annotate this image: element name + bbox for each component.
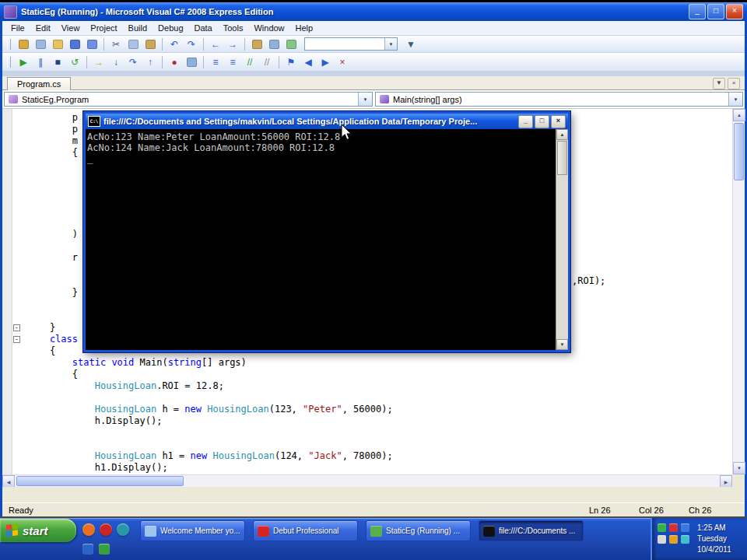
menu-file[interactable]: File — [5, 22, 30, 34]
scroll-up-icon[interactable]: ▲ — [556, 129, 568, 140]
quick-launch-internet-icon[interactable] — [82, 523, 95, 536]
stop-debugging-icon[interactable]: ■ — [49, 54, 66, 70]
vertical-scroll-thumb[interactable] — [734, 123, 744, 180]
quick-launch-media-icon[interactable] — [100, 523, 112, 536]
tray-clock[interactable]: 1:25 AM Tuesday 10/4/2011 — [697, 523, 731, 555]
redo-icon[interactable]: ↷ — [183, 37, 200, 52]
comment-icon[interactable]: // — [241, 54, 258, 70]
menu-window[interactable]: Window — [248, 22, 289, 34]
open-file-icon[interactable] — [49, 37, 66, 52]
editor-vertical-scrollbar[interactable]: ▲ ▼ — [732, 109, 745, 474]
toolbar-grip[interactable] — [7, 39, 11, 50]
chevron-down-icon[interactable]: ▼ — [358, 93, 372, 106]
save-all-icon[interactable] — [83, 37, 100, 52]
members-dropdown[interactable]: Main(string[] args) ▼ — [375, 92, 743, 107]
next-bookmark-icon[interactable]: ▶ — [317, 54, 334, 70]
chevron-down-icon[interactable]: ▼ — [728, 93, 742, 106]
menu-data[interactable]: Data — [189, 22, 218, 34]
scroll-down-icon[interactable]: ▼ — [733, 462, 745, 474]
code-line[interactable] — [2, 427, 732, 439]
step-out-icon[interactable]: ↑ — [142, 54, 159, 70]
toggle-bookmark-icon[interactable]: ⚑ — [282, 54, 300, 70]
editor-horizontal-scrollbar[interactable]: ◀ ▶ — [2, 474, 732, 487]
minimize-button[interactable]: _ — [689, 4, 706, 19]
taskbar-notify-icon-1[interactable] — [82, 544, 93, 555]
tray-alert-icon[interactable] — [669, 523, 678, 532]
copy-icon[interactable] — [124, 37, 142, 52]
undo-icon[interactable]: ↶ — [166, 37, 183, 52]
menu-project[interactable]: Project — [85, 22, 122, 34]
menu-view[interactable]: View — [56, 22, 86, 34]
break-all-icon[interactable]: ∥ — [32, 54, 49, 70]
breakpoints-window-icon[interactable]: ● — [166, 54, 183, 70]
code-line[interactable]: HousingLoan h1 = new HousingLoan(124, "J… — [2, 450, 732, 462]
code-line[interactable] — [2, 392, 732, 404]
code-line[interactable]: h.Display(); — [2, 415, 732, 427]
scroll-right-icon[interactable]: ▶ — [720, 475, 732, 488]
menu-build[interactable]: Build — [123, 22, 153, 34]
active-files-dropdown-icon[interactable]: ▼ — [713, 78, 725, 89]
restart-icon[interactable]: ↺ — [66, 54, 83, 70]
uncomment-icon[interactable]: // — [258, 54, 275, 70]
navigate-backward-icon[interactable]: ← — [207, 37, 224, 52]
taskbar-task-button[interactable]: file:///C:/Documents ... — [479, 520, 584, 541]
paste-icon[interactable] — [142, 37, 159, 52]
fold-collapse-icon[interactable]: - — [13, 336, 20, 343]
decrease-indent-icon[interactable]: ≡ — [207, 54, 224, 70]
toolbar-grip[interactable] — [7, 57, 11, 68]
code-line[interactable]: HousingLoan.ROI = 12.8; — [2, 380, 732, 392]
object-browser-icon[interactable] — [282, 37, 300, 52]
console-minimize-button[interactable]: _ — [518, 115, 533, 128]
clear-bookmarks-icon[interactable]: × — [334, 54, 351, 70]
toolbar-options-icon[interactable]: ▼ — [402, 37, 419, 52]
taskbar-notify-icon-2[interactable] — [99, 544, 110, 555]
console-close-button[interactable]: × — [551, 115, 566, 128]
maximize-button[interactable]: □ — [707, 4, 724, 19]
code-line[interactable] — [2, 439, 732, 450]
output-window-icon[interactable] — [183, 54, 200, 70]
console-output[interactable]: AcNo:123 Name:Peter LoanAmount:56000 ROI… — [86, 129, 556, 350]
find-combo[interactable]: ▼ — [304, 37, 398, 51]
taskbar-task-button[interactable]: StaticEg (Running) ... — [366, 520, 471, 541]
close-button[interactable]: × — [726, 4, 743, 19]
close-document-icon[interactable]: × — [728, 78, 740, 89]
scroll-left-icon[interactable]: ◀ — [2, 475, 15, 488]
show-next-statement-icon[interactable]: → — [90, 54, 107, 70]
menu-help[interactable]: Help — [290, 22, 319, 34]
horizontal-scroll-thumb[interactable] — [16, 476, 184, 486]
combo-dropdown-icon[interactable]: ▼ — [384, 38, 397, 50]
navigate-forward-icon[interactable]: → — [224, 37, 241, 52]
tray-volume-icon[interactable] — [658, 535, 666, 544]
step-into-icon[interactable]: ↓ — [107, 54, 124, 70]
tab-program-cs[interactable]: Program.cs — [7, 77, 71, 90]
cut-icon[interactable]: ✂ — [107, 37, 124, 52]
fold-collapse-icon[interactable]: - — [13, 324, 20, 331]
menu-edit[interactable]: Edit — [30, 22, 56, 34]
console-scrollbar[interactable]: ▲ ▼ — [556, 129, 568, 350]
code-line[interactable]: h1.Display(); — [2, 462, 732, 474]
quick-launch-show-desktop-icon[interactable] — [117, 523, 129, 536]
scroll-up-icon[interactable]: ▲ — [733, 109, 745, 121]
save-icon[interactable] — [66, 37, 83, 52]
code-line[interactable]: HousingLoan h = new HousingLoan(123, "Pe… — [2, 404, 732, 415]
continue-icon[interactable]: ▶ — [15, 54, 32, 70]
add-item-icon[interactable] — [32, 37, 49, 52]
properties-window-icon[interactable] — [265, 37, 282, 52]
types-dropdown[interactable]: StaticEg.Program ▼ — [4, 92, 373, 107]
taskbar-task-button[interactable]: Welcome Member yo... — [140, 520, 245, 541]
code-line[interactable]: static void Main(string[] args) — [2, 357, 732, 369]
start-button[interactable]: start — [0, 519, 76, 542]
code-line[interactable]: { — [2, 369, 732, 380]
taskbar-task-button[interactable]: Debut Professional — [253, 520, 358, 541]
scroll-down-icon[interactable]: ▼ — [556, 339, 568, 350]
new-project-icon[interactable] — [15, 37, 32, 52]
console-scroll-thumb[interactable] — [557, 141, 567, 175]
menu-tools[interactable]: Tools — [218, 22, 249, 34]
console-titlebar[interactable]: C:\ file:///C:/Documents and Settings/ma… — [86, 114, 568, 129]
tray-messenger-icon[interactable] — [681, 535, 689, 544]
console-maximize-button[interactable]: □ — [535, 115, 549, 128]
menu-debug[interactable]: Debug — [153, 22, 188, 34]
solution-explorer-icon[interactable] — [248, 37, 265, 52]
step-over-icon[interactable]: ↷ — [124, 54, 142, 70]
previous-bookmark-icon[interactable]: ◀ — [300, 54, 317, 70]
